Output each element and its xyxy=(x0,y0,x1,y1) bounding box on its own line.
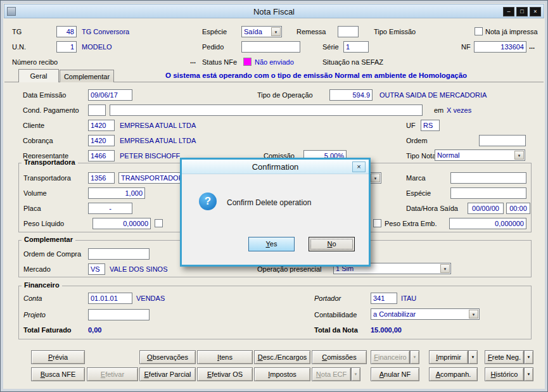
especie-combo-value: Saída xyxy=(244,28,262,35)
tg-input[interactable]: 48 xyxy=(56,26,77,37)
dialog-title: Confirmation xyxy=(182,160,369,174)
cliente-input[interactable]: 1420 xyxy=(88,120,115,131)
frete-neg-button[interactable]: Frete Neg. xyxy=(485,350,524,364)
financeiro-dropdown-button: ▼ xyxy=(410,350,419,364)
efetivar-button: Efetivar xyxy=(87,367,138,381)
peso-liquido-input[interactable]: 0,00000 xyxy=(92,218,151,229)
nota-ecf-button: Nota ECF xyxy=(312,367,351,381)
un-input[interactable]: 1 xyxy=(56,41,77,53)
portador-label: Portador xyxy=(314,294,341,302)
nota-ja-impressa-checkbox[interactable] xyxy=(475,27,483,35)
numero-recibo-browse-button[interactable]: ... xyxy=(190,57,196,65)
conta-input[interactable]: 01.01.01 xyxy=(88,293,132,304)
numero-recibo-label: Número recibo xyxy=(12,58,58,66)
cond-pagamento-input[interactable] xyxy=(88,104,106,116)
previa-button[interactable]: Prévia xyxy=(31,350,85,364)
marca-label: Marca xyxy=(406,174,426,182)
cobranca-input[interactable]: 1420 xyxy=(88,135,115,146)
representante-input[interactable]: 1466 xyxy=(88,150,115,161)
combo-arrow-icon[interactable]: ▼ xyxy=(469,310,478,319)
conta-label: Conta xyxy=(23,294,42,302)
impostos-button[interactable]: Impostos xyxy=(254,367,310,381)
portador-input[interactable]: 341 xyxy=(371,293,397,304)
transportadora-input[interactable]: 1356 xyxy=(88,172,115,184)
ordem-compra-input[interactable] xyxy=(88,248,150,260)
hora-saida-input[interactable]: 00:00 xyxy=(506,203,530,214)
tipo-operacao-input[interactable]: 594.9 xyxy=(329,89,373,101)
observacoes-button[interactable]: Observações xyxy=(139,350,196,364)
cobranca-name: EMPRESA ATUAL LTDA xyxy=(120,137,196,144)
frete-neg-dropdown-button[interactable]: ▼ xyxy=(524,350,533,364)
combo-arrow-icon[interactable]: ▼ xyxy=(440,264,450,273)
transportadora-label: Transportadora xyxy=(23,174,71,182)
nf-browse-button[interactable]: ... xyxy=(529,42,535,50)
mercado-label: Mercado xyxy=(23,265,51,273)
financeiro-group-label: Financeiro xyxy=(22,281,62,289)
tab-complementar[interactable]: Complementar xyxy=(60,70,114,82)
maximize-icon: □ xyxy=(520,8,523,15)
imprimir-button[interactable]: Imprimir xyxy=(429,350,468,364)
ordem-compra-label: Ordem de Compra xyxy=(23,250,81,258)
close-icon: × xyxy=(357,163,360,170)
close-icon: × xyxy=(533,8,537,15)
placa-input[interactable]: - xyxy=(88,203,132,214)
nota-fiscal-window: Nota Fiscal – □ × TG 48 TG Conversora Es… xyxy=(0,0,548,392)
un-name: MODELO xyxy=(82,43,112,51)
imprimir-dropdown-button[interactable]: ▼ xyxy=(468,350,478,364)
dialog-message: Confirm Delete operation xyxy=(227,198,311,207)
dialog-close-button[interactable]: × xyxy=(352,161,366,172)
conta-name: VENDAS xyxy=(136,294,165,302)
acompanh-button[interactable]: Acompanh. xyxy=(429,367,478,381)
tipo-nota-label: Tipo Nota xyxy=(406,152,436,160)
pedido-input[interactable] xyxy=(241,41,300,53)
tipo-nota-combo[interactable]: Normal ▼ xyxy=(435,149,525,161)
peso-extra-label: Peso Extra Emb. xyxy=(385,220,437,227)
window-controls: – □ × xyxy=(501,7,541,16)
historico-dropdown-button[interactable]: ▼ xyxy=(524,367,533,381)
complementar-group-label: Complementar xyxy=(22,236,75,243)
itens-button[interactable]: Itens xyxy=(197,350,253,364)
especie-label: Espécie xyxy=(202,28,227,35)
total-faturado-value: 0,00 xyxy=(88,326,101,334)
efetivar-parcial-button[interactable]: Efetivar Parcial xyxy=(139,367,196,381)
marca-input[interactable] xyxy=(450,172,526,184)
projeto-input[interactable] xyxy=(88,309,150,320)
yes-button[interactable]: Yes xyxy=(248,237,295,251)
peso-extra-checkbox[interactable] xyxy=(373,219,381,227)
especie-combo[interactable]: Saída ▼ xyxy=(241,26,282,37)
combo-arrow-icon[interactable]: ▼ xyxy=(271,27,281,36)
contabilidade-combo[interactable]: a Contabilizar ▼ xyxy=(371,308,480,320)
mercado-input[interactable]: VS xyxy=(88,263,105,275)
close-button[interactable]: × xyxy=(530,7,541,16)
minimize-button[interactable]: – xyxy=(503,7,514,16)
peso-extra-input[interactable]: 0,000000 xyxy=(449,218,526,229)
volume-input[interactable]: 1,000 xyxy=(88,187,145,199)
maximize-button[interactable]: □ xyxy=(516,7,528,16)
no-button[interactable]: No xyxy=(309,237,355,251)
combo-arrow-icon[interactable]: ▼ xyxy=(371,174,380,182)
tipo-emissao-label: Tipo Emissão xyxy=(374,28,416,35)
combo-arrow-icon[interactable]: ▼ xyxy=(514,151,524,160)
serie-input[interactable]: 1 xyxy=(343,41,369,53)
anular-nf-button[interactable]: Anular NF xyxy=(371,367,419,381)
data-emissao-input[interactable]: 09/06/17 xyxy=(88,89,132,101)
cond-pagamento-desc-input[interactable] xyxy=(110,104,423,116)
tab-geral[interactable]: Geral xyxy=(18,69,59,82)
remessa-input[interactable] xyxy=(338,26,359,37)
especie-transp-input[interactable] xyxy=(450,187,526,199)
desc-encargos-button[interactable]: Desc./Encargos xyxy=(254,350,310,364)
ordem-label: Ordem xyxy=(406,137,428,144)
uf-input[interactable]: RS xyxy=(421,120,440,131)
data-saida-input[interactable]: 00/00/00 xyxy=(468,203,504,214)
peso-liquido-label: Peso Líquido xyxy=(23,220,64,227)
efetivar-os-button[interactable]: Efetivar OS xyxy=(197,367,253,381)
peso-liquido-checkbox[interactable] xyxy=(155,219,163,227)
minimize-icon: – xyxy=(507,8,510,15)
comissoes-button[interactable]: Comissões xyxy=(312,350,367,364)
ordem-input[interactable] xyxy=(479,135,526,146)
nf-input[interactable]: 133604 xyxy=(474,41,526,53)
busca-nfe-button[interactable]: Busca NFE xyxy=(31,367,85,381)
data-emissao-label: Data Emissão xyxy=(23,91,66,99)
projeto-label: Projeto xyxy=(23,311,46,319)
historico-button[interactable]: Histórico xyxy=(485,367,524,381)
